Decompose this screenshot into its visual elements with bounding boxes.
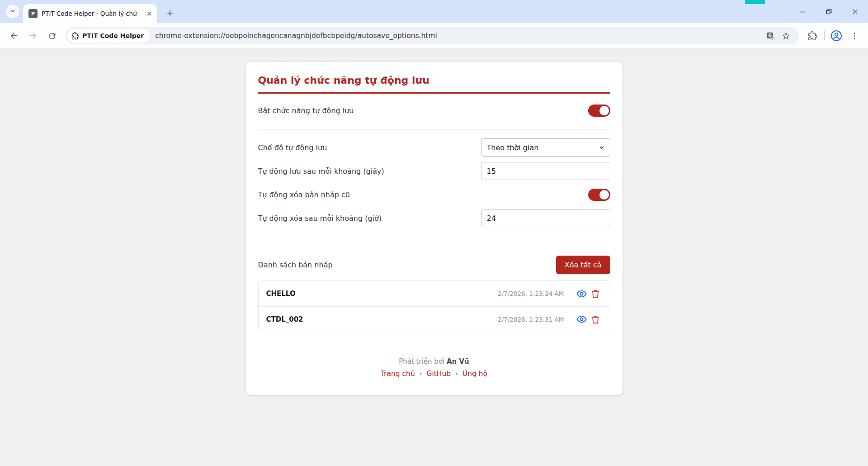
enable-autosave-toggle[interactable] (588, 105, 610, 117)
page-title: Quản lý chức năng tự động lưu (258, 75, 610, 94)
autosave-mode-value: Theo thời gian (487, 143, 539, 152)
profile-button[interactable] (827, 27, 845, 45)
autosave-mode-select[interactable]: Theo thời gian (481, 138, 610, 157)
credit-name: An Vũ (447, 357, 469, 366)
minimize-icon (799, 9, 806, 15)
new-tab-button[interactable] (164, 7, 176, 19)
eye-icon (576, 289, 587, 299)
enable-autosave-label: Bật chức năng tự động lưu (258, 106, 354, 115)
enable-autosave-row: Bật chức năng tự động lưu (258, 94, 610, 127)
bookmark-button[interactable] (778, 28, 793, 43)
profile-avatar-icon (830, 30, 842, 42)
tab-search-button[interactable] (6, 5, 19, 18)
select-caret-icon (599, 145, 604, 150)
credit-prefix: Phát triển bởi (399, 357, 444, 366)
extension-options-page: Quản lý chức năng tự động lưu Bật chức n… (0, 49, 868, 466)
extensions-menu-button[interactable] (803, 27, 821, 45)
browser-menu-button[interactable] (845, 27, 863, 45)
trash-icon (590, 314, 600, 324)
browser-tab[interactable]: P PTIT Code Helper - Quản lý chứ (23, 4, 157, 23)
autodelete-label: Tự động xóa bản nháp cũ (258, 190, 350, 199)
address-bar[interactable]: PTIT Code Helper chrome-extension://oebp… (65, 27, 799, 44)
delete-interval-row: Tự động xóa sau mỗi khoảng (giờ) (258, 206, 610, 230)
draft-list-item: CHELLO 2/7/2026, 1:23:24 AM (259, 281, 610, 306)
save-interval-input[interactable] (481, 162, 610, 180)
tab-title: PTIT Code Helper - Quản lý chứ (42, 10, 145, 17)
tab-close-button[interactable] (145, 10, 153, 18)
save-interval-row: Tự động lưu sau mỗi khoảng (giây) (258, 159, 610, 183)
delete-interval-input[interactable] (481, 209, 610, 227)
window-controls (789, 0, 868, 23)
drafts-header-row: Danh sách bản nháp Xóa tất cả (258, 253, 610, 276)
autosave-mode-label: Chế độ tự động lưu (258, 143, 327, 152)
link-github[interactable]: GitHub (426, 370, 451, 378)
tab-favicon: P (28, 9, 38, 18)
toolbar-right-cluster (803, 27, 863, 45)
link-home[interactable]: Trang chủ (381, 370, 415, 378)
draft-list-item: CTDL_002 2/7/2026, 1:23:31 AM (259, 306, 610, 332)
browser-toolbar: PTIT Code Helper chrome-extension://oebp… (0, 23, 868, 49)
reload-button[interactable] (42, 26, 61, 45)
translate-icon: G (766, 31, 775, 41)
separator (258, 129, 610, 130)
draft-name: CTDL_002 (266, 315, 498, 323)
plus-icon (166, 9, 174, 17)
extension-icon (71, 32, 79, 40)
delete-draft-button[interactable] (589, 287, 602, 300)
kebab-menu-icon (850, 32, 859, 40)
maximize-button[interactable] (816, 0, 842, 23)
toolbar-divider (824, 31, 825, 40)
dot-separator: • (455, 371, 458, 377)
extensions-puzzle-icon (808, 31, 817, 41)
save-interval-label: Tự động lưu sau mỗi khoảng (giây) (258, 167, 384, 176)
delete-interval-label: Tự động xóa sau mỗi khoảng (giờ) (258, 214, 382, 223)
delete-all-button[interactable]: Xóa tất cả (556, 256, 610, 274)
svg-text:G: G (768, 33, 772, 38)
forward-button[interactable] (24, 26, 42, 45)
developer-credit: Phát triển bởi An Vũ (258, 357, 610, 366)
autodelete-toggle[interactable] (588, 189, 610, 201)
dot-separator: • (419, 371, 423, 377)
draft-list: CHELLO 2/7/2026, 1:23:24 AM CTDL_002 2/7… (258, 281, 610, 332)
forward-arrow-icon (28, 31, 38, 41)
view-draft-button[interactable] (575, 287, 589, 300)
eye-icon (576, 314, 587, 324)
delete-draft-button[interactable] (589, 313, 602, 326)
separator (258, 241, 610, 241)
autosave-mode-row: Chế độ tự động lưu Theo thời gian (258, 136, 610, 159)
back-button[interactable] (5, 26, 24, 45)
link-donate[interactable]: Ủng hộ (462, 370, 487, 378)
close-window-button[interactable] (842, 0, 868, 23)
card-footer: Phát triển bởi An Vũ Trang chủ•GitHub•Ủn… (258, 349, 610, 378)
close-icon (146, 10, 152, 17)
restore-icon (826, 8, 832, 15)
reload-icon (47, 31, 57, 41)
close-icon (852, 8, 859, 15)
draft-name: CHELLO (266, 290, 498, 298)
autosave-settings-card: Quản lý chức năng tự động lưu Bật chức n… (246, 62, 623, 395)
draft-timestamp: 2/7/2026, 1:23:31 AM (498, 316, 564, 323)
draft-timestamp: 2/7/2026, 1:23:24 AM (498, 290, 564, 297)
chevron-down-icon (9, 7, 16, 16)
toggle-knob (599, 190, 609, 200)
view-draft-button[interactable] (575, 313, 589, 326)
tab-strip: P PTIT Code Helper - Quản lý chứ (0, 0, 868, 23)
extension-chip-label: PTIT Code Helper (82, 32, 144, 39)
back-arrow-icon (9, 31, 19, 41)
toggle-knob (599, 106, 609, 115)
extension-name-chip[interactable]: PTIT Code Helper (67, 29, 150, 43)
url-text: chrome-extension://oebpolnchagencanagnbj… (155, 32, 763, 40)
translate-button[interactable]: G (763, 28, 778, 43)
footer-links: Trang chủ•GitHub•Ủng hộ (258, 370, 610, 378)
drafts-header-label: Danh sách bản nháp (258, 261, 333, 269)
trash-icon (590, 289, 600, 299)
autodelete-row: Tự động xóa bản nháp cũ (258, 183, 610, 206)
screen-capture-indicator (745, 0, 765, 4)
star-icon (781, 31, 791, 41)
minimize-button[interactable] (789, 0, 816, 23)
